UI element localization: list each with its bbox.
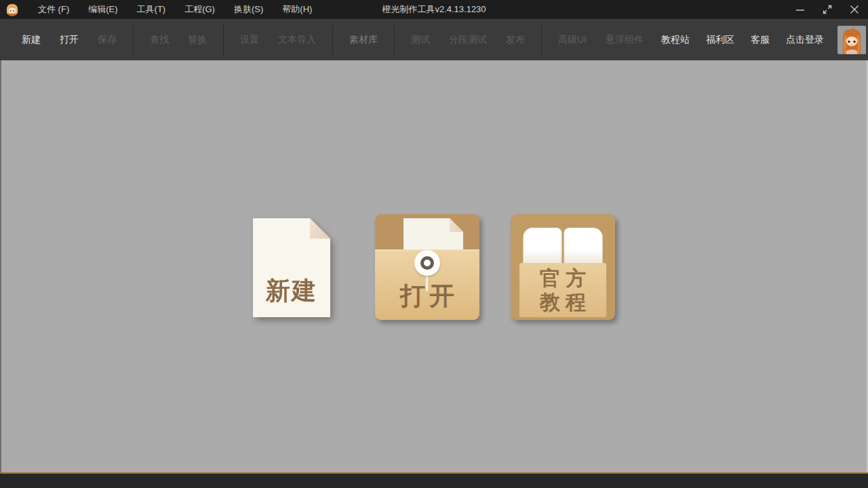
open-project-shortcut[interactable]: 打开 bbox=[375, 214, 479, 320]
toolbar-tutorial-site-link[interactable]: 教程站 bbox=[653, 19, 698, 60]
toolbar-test-button: 测试 bbox=[401, 19, 439, 60]
statusbar bbox=[0, 472, 868, 488]
toolbar-save-button: 保存 bbox=[88, 19, 126, 60]
menu-skin[interactable]: 换肤(S) bbox=[224, 0, 273, 19]
page-fold-corner bbox=[310, 218, 330, 239]
toolbar-asset-library-button: 素材库 bbox=[340, 19, 387, 60]
titlebar: 文件 (F) 编辑(E) 工具(T) 工程(G) 换肤(S) 帮助(H) 橙光制… bbox=[0, 0, 868, 19]
book-page-right bbox=[564, 228, 603, 267]
tutorial-label-panel: 官方 教程 bbox=[519, 263, 606, 317]
app-logo-icon bbox=[5, 3, 19, 16]
toolbar: 新建 打开 保存 查找 替换 设置 文本导入 素材库 测试 分段测试 发布 高级… bbox=[0, 19, 868, 60]
clasp-button-icon bbox=[414, 250, 440, 276]
new-file-icon: 新建 bbox=[253, 218, 330, 317]
minimize-button[interactable] bbox=[787, 0, 814, 19]
open-book-icon bbox=[524, 228, 603, 267]
official-tutorial-shortcut[interactable]: 官方 教程 bbox=[511, 214, 615, 320]
close-icon bbox=[850, 5, 859, 14]
toolbar-separator bbox=[332, 25, 333, 55]
toolbar-group-test: 测试 分段测试 发布 bbox=[401, 19, 534, 60]
toolbar-customer-service-link[interactable]: 客服 bbox=[743, 19, 778, 60]
toolbar-right-section: 教程站 福利区 客服 点击登录 bbox=[653, 19, 868, 60]
toolbar-new-button[interactable]: 新建 bbox=[12, 19, 50, 60]
restore-icon bbox=[823, 5, 832, 14]
book-page-left bbox=[524, 228, 562, 267]
toolbar-find-button: 查找 bbox=[140, 19, 178, 60]
app-window: 文件 (F) 编辑(E) 工具(T) 工程(G) 换肤(S) 帮助(H) 橙光制… bbox=[0, 0, 868, 488]
page-fold-corner bbox=[450, 218, 463, 232]
toolbar-separator bbox=[133, 25, 134, 55]
toolbar-group-settings: 设置 文本导入 bbox=[231, 19, 326, 60]
toolbar-replace-button: 替换 bbox=[178, 19, 216, 60]
toolbar-text-import-button: 文本导入 bbox=[269, 19, 326, 60]
close-button[interactable] bbox=[841, 0, 868, 19]
toolbar-group-search: 查找 替换 bbox=[140, 19, 216, 60]
menu-file[interactable]: 文件 (F) bbox=[28, 0, 79, 19]
toolbar-group-advanced: 高级UI 悬浮组件 bbox=[549, 19, 653, 60]
toolbar-floating-widget-button: 悬浮组件 bbox=[596, 19, 653, 60]
new-project-label: 新建 bbox=[253, 274, 330, 308]
toolbar-open-button[interactable]: 打开 bbox=[50, 19, 88, 60]
user-avatar[interactable] bbox=[837, 26, 866, 54]
window-controls bbox=[787, 0, 868, 19]
restore-button[interactable] bbox=[814, 0, 841, 19]
menu-project[interactable]: 工程(G) bbox=[175, 0, 224, 19]
toolbar-login-link[interactable]: 点击登录 bbox=[778, 19, 832, 60]
tutorial-label-line2: 教程 bbox=[534, 290, 591, 314]
toolbar-separator bbox=[394, 25, 395, 55]
toolbar-group-file: 新建 打开 保存 bbox=[12, 19, 126, 60]
toolbar-settings-button: 设置 bbox=[231, 19, 269, 60]
tutorial-label-line1: 官方 bbox=[534, 266, 591, 290]
clasp-ring bbox=[420, 256, 434, 270]
menubar: 文件 (F) 编辑(E) 工具(T) 工程(G) 换肤(S) 帮助(H) bbox=[28, 0, 321, 19]
toolbar-group-assets: 素材库 bbox=[340, 19, 387, 60]
toolbar-publish-button: 发布 bbox=[496, 19, 534, 60]
menu-tools[interactable]: 工具(T) bbox=[127, 0, 176, 19]
toolbar-separator bbox=[541, 25, 542, 55]
toolbar-welfare-link[interactable]: 福利区 bbox=[698, 19, 743, 60]
new-project-shortcut[interactable]: 新建 bbox=[253, 218, 330, 317]
menu-help[interactable]: 帮助(H) bbox=[273, 0, 321, 19]
open-project-label: 打开 bbox=[375, 279, 479, 313]
minimize-icon bbox=[795, 5, 805, 14]
toolbar-advanced-ui-button: 高级UI bbox=[549, 19, 596, 60]
toolbar-segment-test-button: 分段测试 bbox=[439, 19, 496, 60]
toolbar-separator bbox=[223, 25, 224, 55]
menu-edit[interactable]: 编辑(E) bbox=[79, 0, 127, 19]
workspace: 新建 打开 官方 教程 bbox=[0, 60, 868, 472]
